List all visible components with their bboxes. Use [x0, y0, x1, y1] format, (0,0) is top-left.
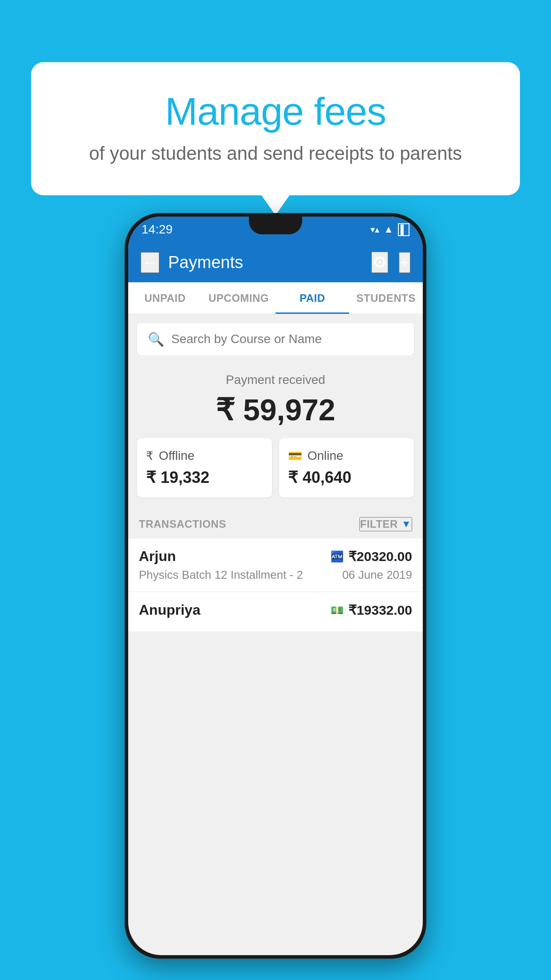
page-title: Payments [168, 253, 362, 272]
online-icon: 💳 [288, 449, 302, 463]
status-icons: ▾▴ ▲ ▌ [370, 223, 409, 236]
app-bar-actions: ⚙ + [371, 252, 410, 273]
transaction-amount: 💵 ₹19332.00 [331, 602, 412, 618]
transactions-header: TRANSACTIONS FILTER ▼ [128, 506, 423, 538]
payment-summary: Payment received ₹ 59,972 ₹ Offline ₹ 19… [128, 355, 423, 506]
table-row[interactable]: Anupriya 💵 ₹19332.00 [128, 592, 423, 632]
signal-icon: ▲ [384, 224, 394, 235]
tab-paid[interactable]: PAID [276, 282, 349, 314]
offline-card-header: ₹ Offline [146, 449, 263, 463]
speech-bubble-section: Manage fees of your students and send re… [31, 62, 520, 195]
payment-received-label: Payment received [137, 373, 414, 387]
amount-value: ₹20320.00 [348, 549, 412, 564]
settings-button[interactable]: ⚙ [371, 252, 388, 273]
transaction-amount: 🏧 ₹20320.00 [331, 549, 412, 564]
offline-amount: ₹ 19,332 [146, 468, 263, 487]
online-card: 💳 Online ₹ 40,640 [279, 438, 414, 498]
transaction-date: 06 June 2019 [342, 568, 412, 582]
offline-card: ₹ Offline ₹ 19,332 [137, 438, 272, 498]
status-bar: 14:29 ▾▴ ▲ ▌ [128, 217, 423, 242]
transaction-top-row: Anupriya 💵 ₹19332.00 [139, 602, 412, 618]
back-button[interactable]: ← [141, 252, 159, 273]
transaction-name: Arjun [139, 548, 176, 565]
content-area: 🔍 Payment received ₹ 59,972 ₹ Offline ₹ … [128, 314, 423, 632]
tab-upcoming[interactable]: UPCOMING [202, 282, 276, 314]
filter-button[interactable]: FILTER ▼ [359, 517, 413, 531]
status-time: 14:29 [142, 222, 173, 237]
transaction-desc: Physics Batch 12 Installment - 2 [139, 568, 303, 582]
tab-students[interactable]: STUDENTS [349, 282, 423, 314]
battery-icon: ▌ [398, 223, 409, 236]
notch [249, 217, 302, 234]
transaction-top-row: Arjun 🏧 ₹20320.00 [139, 548, 412, 565]
payment-cards: ₹ Offline ₹ 19,332 💳 Online ₹ 40,640 [137, 438, 414, 498]
bubble-title: Manage fees [67, 89, 484, 134]
online-label: Online [307, 449, 343, 463]
wifi-icon: ▾▴ [370, 224, 379, 235]
online-amount: ₹ 40,640 [288, 468, 405, 487]
offline-label: Offline [159, 449, 194, 463]
transaction-bottom-row: Physics Batch 12 Installment - 2 06 June… [139, 568, 412, 582]
amount-value: ₹19332.00 [348, 602, 412, 618]
filter-icon: ▼ [401, 518, 411, 530]
add-button[interactable]: + [399, 252, 410, 273]
tab-unpaid[interactable]: UNPAID [128, 282, 202, 314]
tabs-bar: UNPAID UPCOMING PAID STUDENTS [128, 282, 423, 314]
transaction-name: Anupriya [139, 602, 201, 618]
search-icon: 🔍 [148, 332, 164, 347]
payment-total-amount: ₹ 59,972 [137, 392, 414, 427]
bubble-subtitle: of your students and send receipts to pa… [67, 143, 484, 164]
card-payment-icon: 🏧 [331, 550, 344, 563]
filter-label: FILTER [360, 518, 398, 530]
phone-frame: 14:29 ▾▴ ▲ ▌ ← Payments ⚙ + UNPAID UPCOM… [125, 213, 426, 959]
online-card-header: 💳 Online [288, 449, 405, 463]
speech-bubble: Manage fees of your students and send re… [31, 62, 520, 195]
search-bar[interactable]: 🔍 [137, 323, 414, 355]
table-row[interactable]: Arjun 🏧 ₹20320.00 Physics Batch 12 Insta… [128, 538, 423, 592]
transactions-label: TRANSACTIONS [139, 518, 226, 530]
search-input[interactable] [171, 332, 403, 346]
offline-icon: ₹ [146, 449, 153, 463]
cash-payment-icon: 💵 [331, 604, 344, 616]
app-bar: ← Payments ⚙ + [128, 242, 423, 282]
phone-screen: 14:29 ▾▴ ▲ ▌ ← Payments ⚙ + UNPAID UPCOM… [128, 217, 423, 955]
